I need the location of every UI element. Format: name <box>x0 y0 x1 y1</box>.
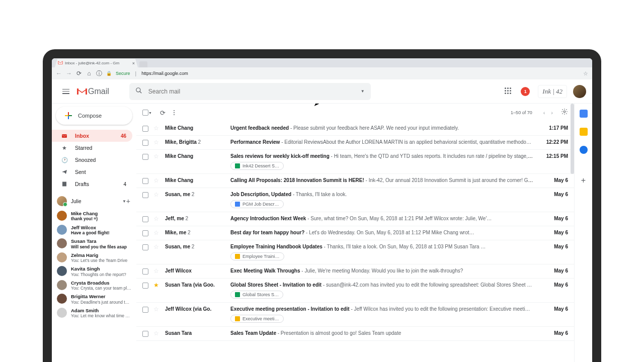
star-icon[interactable]: ☆ <box>153 215 159 222</box>
chat-item[interactable]: Kavita SinghYou: Thoughts on the report? <box>52 264 136 279</box>
star-icon[interactable]: ☆ <box>153 267 159 275</box>
email-checkbox[interactable] <box>142 307 148 313</box>
star-icon[interactable]: ☆ <box>153 229 159 236</box>
more-actions-button[interactable] <box>174 110 175 115</box>
chat-item[interactable]: Susan TaraWill send you the files asap <box>52 237 136 251</box>
gmail-m-icon <box>76 87 88 96</box>
account-avatar[interactable] <box>573 85 586 98</box>
star-icon[interactable]: ★ <box>153 282 159 289</box>
email-row[interactable]: ☆Jeff WilcoxExec Meeting Walk Throughs -… <box>136 264 574 279</box>
notifications-badge[interactable]: 1 <box>521 87 530 96</box>
new-chat-button[interactable]: + <box>126 197 130 205</box>
star-icon[interactable]: ☆ <box>153 243 159 250</box>
email-row[interactable]: ☆Jeff, me 2Agency Introduction Next Week… <box>136 212 574 226</box>
chat-item[interactable]: Brigitta WernerYou: Deadline's just arou… <box>52 292 136 306</box>
bookmark-star-icon[interactable]: ☆ <box>583 70 588 77</box>
email-checkbox[interactable] <box>142 178 148 184</box>
email-row[interactable]: ☆Mike, Brigitta 2Performance Review - Ed… <box>136 136 574 150</box>
forward-button[interactable]: → <box>66 70 72 77</box>
email-checkbox[interactable] <box>142 140 148 146</box>
chat-item[interactable]: Mike Changthank you! =) <box>52 209 136 223</box>
gmail-favicon <box>58 61 63 66</box>
email-snippet: - Julie, We're meeting Monday. Would you… <box>300 268 463 274</box>
new-tab-button[interactable] <box>139 61 147 67</box>
chat-item[interactable]: Jeff WilcoxHave a good flight! <box>52 223 136 237</box>
email-checkbox[interactable] <box>142 244 148 250</box>
folder-sent[interactable]: Sent <box>52 166 132 178</box>
email-checkbox[interactable] <box>142 192 148 198</box>
calendar-addon-icon[interactable] <box>580 110 588 118</box>
refresh-button[interactable]: ⟳ <box>160 109 166 117</box>
star-icon[interactable]: ☆ <box>153 330 159 337</box>
main-menu-button[interactable] <box>58 83 74 100</box>
back-button[interactable]: ← <box>56 70 62 77</box>
chat-name: Brigitta Werner <box>71 294 131 299</box>
info-icon[interactable]: ⓘ <box>96 69 102 78</box>
chat-item[interactable]: Adam SmithYou: Let me know what time wor… <box>52 306 136 320</box>
email-row[interactable]: ☆Mike, me 2Best day for team happy hour?… <box>136 226 574 240</box>
search-options-icon[interactable]: ▼ <box>361 89 365 94</box>
home-button[interactable]: ⌂ <box>86 70 92 77</box>
attachment-chip[interactable]: Employee Traini… <box>230 252 284 260</box>
tasks-addon-icon[interactable] <box>580 146 588 154</box>
email-row[interactable]: ★Susan Tara (via Goo.Global Stores Sheet… <box>136 279 574 303</box>
email-checkbox[interactable] <box>142 331 148 337</box>
attachment-chip[interactable]: PGM Job Descr… <box>230 200 284 208</box>
gmail-logo[interactable]: Gmail <box>76 87 109 96</box>
browser-window: Inbox - julie@ink-42.com - Gm × ← → ⟳ ⌂ … <box>52 58 592 362</box>
hangouts-me-row[interactable]: Julie ▼ + <box>52 193 136 209</box>
url-text[interactable]: https://mail.google.com <box>141 71 188 76</box>
star-icon[interactable]: ☆ <box>153 177 159 184</box>
email-row[interactable]: ☆Jeff Wilcox (via Go.Executive meeting p… <box>136 303 574 327</box>
email-row[interactable]: ☆Susan, me 2Job Description, Updated - T… <box>136 188 574 212</box>
star-icon[interactable]: ☆ <box>153 139 159 146</box>
folder-count: 4 <box>123 182 126 187</box>
star-icon[interactable]: ☆ <box>153 125 159 132</box>
email-checkbox[interactable] <box>142 216 148 222</box>
email-checkbox[interactable] <box>142 268 148 275</box>
star-icon[interactable]: ☆ <box>153 153 159 160</box>
chat-item[interactable]: Zelma HarigYou: Let's use the Team Drive <box>52 251 136 265</box>
attachment-chip[interactable]: Ink42 Dessert S… <box>230 162 284 170</box>
folder-snoozed[interactable]: 🕐Snoozed <box>52 154 132 166</box>
email-checkbox[interactable] <box>142 230 148 236</box>
email-row[interactable]: ☆Mike ChangCalling All Proposals: 2018 I… <box>136 174 574 188</box>
folder-starred[interactable]: ★Starred <box>52 142 132 154</box>
star-icon[interactable]: ☆ <box>153 191 159 198</box>
scrollbar-thumb[interactable] <box>571 122 574 174</box>
tab-close-icon[interactable]: × <box>132 61 135 66</box>
email-date: 12:22 PM <box>540 139 568 145</box>
google-apps-button[interactable] <box>505 87 513 96</box>
get-addons-button[interactable]: + <box>581 176 586 185</box>
chat-message: Will send you the files asap <box>71 244 131 249</box>
email-row[interactable]: ☆Susan TaraSales Team Update - Presentat… <box>136 327 574 341</box>
chat-item[interactable]: Crysta BroaddusYou: Crysta, can your tea… <box>52 279 136 293</box>
compose-button[interactable]: Compose <box>56 107 132 125</box>
prev-page-button[interactable]: ‹ <box>543 110 545 116</box>
next-page-button[interactable]: › <box>551 110 553 116</box>
search-icon <box>135 87 142 96</box>
select-all-checkbox[interactable] <box>142 110 148 116</box>
attachment-chip[interactable]: Global Stores S… <box>230 291 283 299</box>
settings-button[interactable] <box>561 108 568 117</box>
star-icon[interactable]: ☆ <box>153 306 159 313</box>
search-bar[interactable]: ▼ <box>129 83 371 100</box>
email-checkbox[interactable] <box>142 126 148 132</box>
search-input[interactable] <box>148 88 361 95</box>
browser-tab[interactable]: Inbox - julie@ink-42.com - Gm × <box>55 59 138 67</box>
email-checkbox[interactable] <box>142 283 148 289</box>
folder-drafts[interactable]: Drafts4 <box>52 178 132 190</box>
email-list[interactable]: ☆Mike ChangUrgent feedback needed - Plea… <box>136 122 574 362</box>
select-dropdown-icon[interactable]: ▼ <box>148 111 152 115</box>
folder-name: Drafts <box>75 181 123 187</box>
keep-addon-icon[interactable] <box>580 128 588 136</box>
workspace-brand: Ink | 42 <box>538 85 567 98</box>
reload-button[interactable]: ⟳ <box>76 70 82 77</box>
folder-icon: 🕐 <box>61 157 68 163</box>
email-row[interactable]: ☆Mike ChangUrgent feedback needed - Plea… <box>136 122 574 136</box>
email-row[interactable]: ☆Susan, me 2Employee Training Handbook U… <box>136 240 574 264</box>
email-row[interactable]: ☆Mike ChangSales reviews for weekly kick… <box>136 150 574 174</box>
folder-inbox[interactable]: Inbox46 <box>52 130 132 142</box>
email-checkbox[interactable] <box>142 154 148 160</box>
attachment-chip[interactable]: Executive meeti… <box>230 315 284 323</box>
